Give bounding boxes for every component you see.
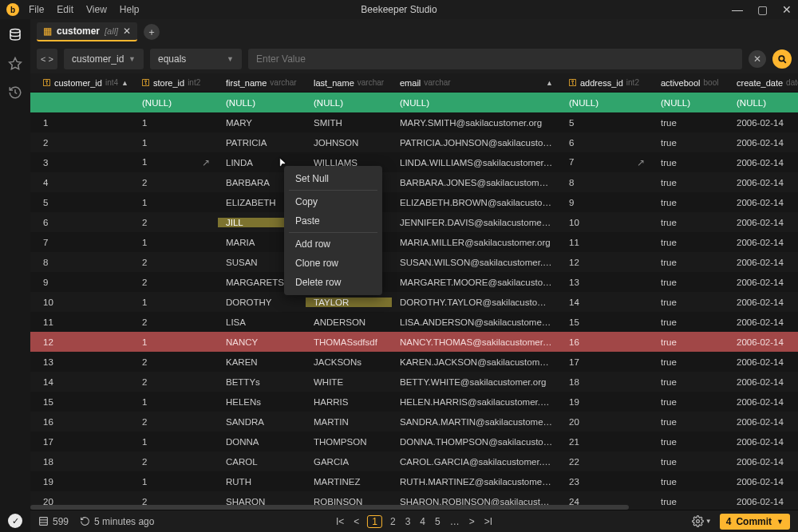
cell[interactable]: MARY — [218, 118, 306, 128]
column-header-first_name[interactable]: first_namevarchar — [218, 78, 306, 88]
cell[interactable]: true — [653, 437, 729, 447]
menu-view[interactable]: View — [86, 4, 107, 15]
page-1[interactable]: 1 — [367, 515, 382, 528]
cell[interactable]: 8 — [30, 258, 134, 267]
cell[interactable]: true — [653, 238, 729, 247]
cell[interactable]: 2 — [134, 258, 218, 267]
cell[interactable]: SANDRA — [218, 417, 306, 427]
cell[interactable]: true — [653, 457, 729, 467]
cell[interactable]: MARY.SMITH@sakilacustomer.org — [392, 118, 561, 128]
cell[interactable]: (NULL) — [218, 98, 306, 108]
cell[interactable]: 2 — [134, 417, 218, 427]
cell[interactable]: 22 — [561, 457, 653, 467]
cell[interactable]: 2006-02-14 — [729, 238, 796, 247]
cell[interactable]: true — [653, 218, 729, 227]
cell[interactable]: 1 — [134, 337, 218, 347]
cell[interactable]: true — [653, 317, 729, 327]
cell[interactable]: NANCY.THOMAS@sakilacustomer.org — [392, 337, 561, 347]
page-2[interactable]: 2 — [389, 516, 397, 527]
cell[interactable]: THOMPSON — [306, 437, 392, 447]
column-header-address_id[interactable]: ⚿address_idint2 — [561, 78, 653, 88]
menu-file[interactable]: File — [29, 4, 44, 15]
cell[interactable]: true — [653, 118, 729, 128]
menu-clone-row[interactable]: Clone row — [284, 254, 382, 273]
menu-help[interactable]: Help — [120, 4, 140, 15]
page-next-button[interactable]: > — [468, 516, 476, 527]
cell[interactable]: 2 — [134, 377, 218, 387]
cell[interactable]: true — [653, 178, 729, 187]
cell[interactable]: 1 — [134, 397, 218, 407]
column-header-store_id[interactable]: ⚿store_idint2 — [134, 78, 218, 88]
cell[interactable]: MARIA.MILLER@sakilacustomer.org — [392, 238, 561, 247]
commit-button[interactable]: 4 Commit ▼ — [720, 514, 790, 530]
menu-copy[interactable]: Copy — [284, 192, 382, 211]
table-row[interactable]: 42BARBARAJONESBARBARA.JONES@sakilacustom… — [30, 172, 798, 192]
table-row[interactable]: 132KARENJACKSONsKAREN.JACKSON@sakilacust… — [30, 352, 798, 372]
filter-column-select[interactable]: customer_id ▼ — [64, 49, 144, 69]
close-button[interactable]: ✕ — [782, 3, 792, 16]
filter-operator-select[interactable]: equals ▼ — [150, 49, 242, 69]
table-row-new[interactable]: (NULL)(NULL)(NULL)(NULL)(NULL)(NULL)(NUL… — [30, 93, 798, 112]
cell[interactable]: (NULL) — [392, 98, 561, 108]
cell[interactable]: 23 — [561, 477, 653, 487]
cell[interactable]: 1 — [134, 437, 218, 447]
cell[interactable]: 2006-02-14 — [729, 278, 796, 287]
page-prev-button[interactable]: < — [352, 516, 361, 527]
cell[interactable]: HARRIS — [306, 397, 392, 407]
cell[interactable]: 1 — [134, 198, 218, 207]
cell[interactable]: 2006-02-14 — [729, 437, 796, 447]
cell[interactable]: true — [653, 198, 729, 207]
cell[interactable]: true — [653, 158, 729, 167]
cell[interactable]: 15 — [561, 317, 653, 327]
external-link-icon[interactable]: ↗ — [202, 157, 210, 168]
cell[interactable]: 2006-02-14 — [729, 178, 796, 187]
settings-gear-icon[interactable]: ▼ — [692, 515, 712, 527]
cell[interactable]: 3 — [30, 158, 134, 167]
cell[interactable]: BETTY.WHITE@sakilacustomer.org — [392, 377, 561, 387]
cell[interactable]: (NULL) — [561, 98, 653, 108]
cell[interactable]: ANDERSON — [306, 317, 392, 327]
cell[interactable]: HELENs — [218, 397, 306, 407]
cell[interactable]: (NULL) — [134, 98, 218, 108]
close-icon[interactable]: ✕ — [123, 26, 131, 37]
cell[interactable]: 2006-02-14 — [729, 258, 796, 267]
table-row[interactable]: 51ELIZABETHBROWNELIZABETH.BROWN@sakilacu… — [30, 192, 798, 212]
cell[interactable]: SANDRA.MARTIN@sakilacustomer.org — [392, 417, 561, 427]
cell[interactable]: 2006-02-14 — [729, 317, 796, 327]
cell[interactable]: PATRICIA.JOHNSON@sakilacustomer.org — [392, 138, 561, 148]
cell[interactable]: 5 — [561, 118, 653, 128]
cell[interactable]: 12 — [561, 258, 653, 267]
cell[interactable]: 6 — [561, 138, 653, 148]
cell[interactable]: 2 — [134, 357, 218, 367]
cell[interactable]: GARCIA — [306, 457, 392, 467]
cell[interactable]: KAREN — [218, 357, 306, 367]
cell[interactable]: true — [653, 417, 729, 427]
cell[interactable]: (NULL) — [653, 98, 729, 108]
cell[interactable]: JACKSONs — [306, 357, 392, 367]
cell[interactable]: 7 — [30, 238, 134, 247]
cell[interactable]: 12 — [30, 337, 134, 347]
cell[interactable]: TAYLOR — [306, 298, 392, 307]
cell[interactable]: 2 — [134, 178, 218, 187]
cell[interactable]: 9 — [30, 278, 134, 287]
cell[interactable]: 9 — [561, 198, 653, 207]
database-icon[interactable] — [7, 27, 23, 43]
cell[interactable]: 10 — [30, 298, 134, 307]
cell[interactable]: JOHNSON — [306, 138, 392, 148]
cell[interactable]: 2006-02-14 — [729, 417, 796, 427]
cell[interactable]: 2006-02-14 — [729, 138, 796, 148]
cell[interactable]: DOROTHY — [218, 298, 306, 307]
cell[interactable]: true — [653, 357, 729, 367]
cell[interactable]: JENNIFER.DAVIS@sakilacustomer.org — [392, 218, 561, 227]
cell[interactable]: 2006-02-14 — [729, 457, 796, 467]
cell[interactable]: (NULL) — [306, 98, 392, 108]
cell[interactable]: 1 — [134, 238, 218, 247]
cell[interactable]: HELEN.HARRIS@sakilacustomer.org — [392, 397, 561, 407]
cell[interactable]: 2006-02-14 — [729, 397, 796, 407]
cell[interactable]: RUTH — [218, 477, 306, 487]
cell[interactable]: 14 — [30, 377, 134, 387]
cell[interactable]: true — [653, 397, 729, 407]
cell[interactable]: BETTYs — [218, 377, 306, 387]
page-first-button[interactable]: I< — [334, 516, 346, 527]
table-row[interactable]: 92MARGARETSsMOORESMARGARET.MOORE@sakilac… — [30, 272, 798, 292]
